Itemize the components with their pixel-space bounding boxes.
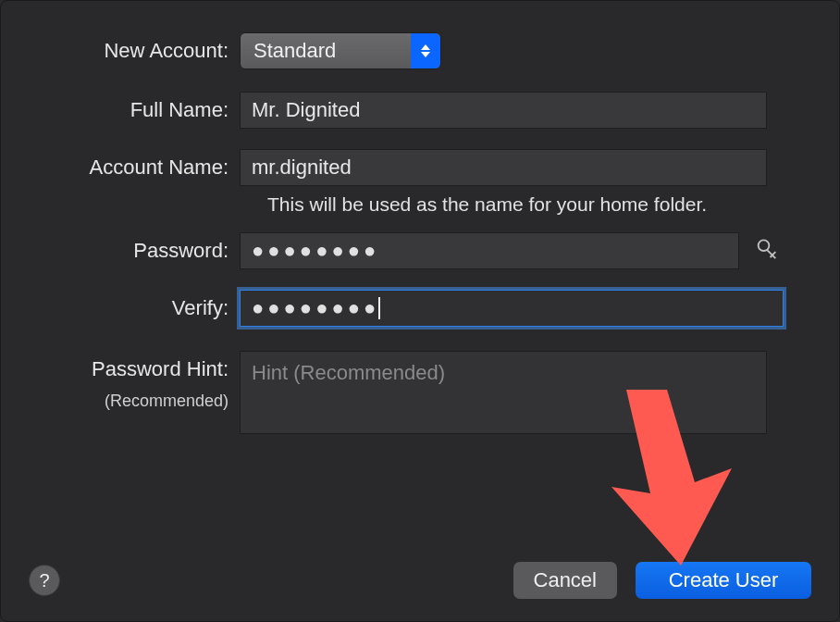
- row-new-account: New Account: Standard: [1, 32, 839, 69]
- full-name-input[interactable]: [240, 92, 767, 129]
- label-account-name: Account Name:: [1, 149, 240, 186]
- verify-mask: ●●●●●●●●: [252, 298, 379, 318]
- row-verify: Verify: ●●●●●●●●: [1, 290, 839, 327]
- label-new-account: New Account:: [1, 32, 240, 69]
- label-verify: Verify:: [1, 290, 240, 327]
- password-mask: ●●●●●●●●: [252, 241, 379, 261]
- new-account-select[interactable]: Standard: [240, 32, 441, 69]
- label-full-name: Full Name:: [1, 92, 240, 129]
- verify-input[interactable]: ●●●●●●●●: [240, 290, 784, 327]
- label-password: Password:: [1, 232, 240, 269]
- cancel-button[interactable]: Cancel: [513, 562, 617, 599]
- row-full-name: Full Name:: [1, 92, 839, 129]
- key-icon[interactable]: [754, 238, 780, 264]
- account-name-helper: This will be used as the name for your h…: [267, 193, 795, 216]
- account-name-input[interactable]: [240, 149, 767, 186]
- label-password-hint-main: Password Hint:: [92, 351, 229, 388]
- text-caret: [378, 297, 380, 319]
- row-password: Password: ●●●●●●●●: [1, 232, 839, 269]
- password-hint-input[interactable]: [240, 351, 767, 434]
- row-password-hint: Password Hint: (Recommended): [1, 351, 839, 438]
- row-account-name: Account Name: This will be used as the n…: [1, 149, 839, 216]
- password-input[interactable]: ●●●●●●●●: [240, 232, 739, 269]
- button-bar: ? Cancel Create User: [1, 562, 839, 599]
- label-password-hint: Password Hint: (Recommended): [1, 351, 240, 412]
- svg-point-0: [759, 240, 770, 251]
- create-user-button[interactable]: Create User: [636, 562, 811, 599]
- new-account-value: Standard: [241, 39, 336, 63]
- help-icon: ?: [39, 570, 49, 591]
- create-user-dialog: New Account: Standard Full Name: Account…: [0, 0, 840, 622]
- updown-chevron-icon: [411, 33, 440, 68]
- label-password-hint-sub: (Recommended): [105, 390, 229, 412]
- help-button[interactable]: ?: [29, 565, 60, 596]
